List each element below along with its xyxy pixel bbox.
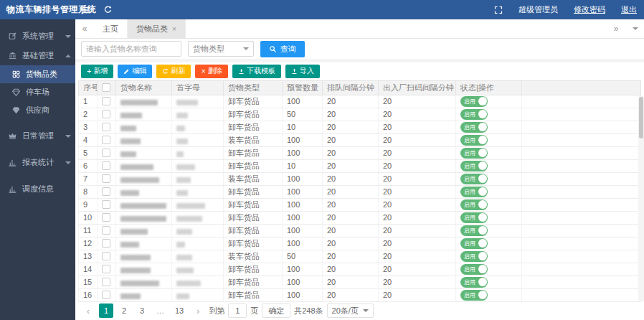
scan-interval-cell: 20 [379,185,456,198]
row-checkbox[interactable] [102,110,110,118]
current-user[interactable]: 超级管理员 [518,4,558,15]
warn-qty-cell: 10 [283,121,323,133]
sidebar-item-1[interactable]: 系统管理 [0,27,75,46]
row-checkbox[interactable] [102,265,110,273]
per-page-value: 20条/页 [332,306,359,316]
col-header-4: 货物类型 [224,80,283,95]
prev-page-button[interactable]: ‹ [81,303,95,318]
tabs-menu-button[interactable] [625,19,644,38]
status-cell: 启用 [456,288,522,301]
row-checkbox[interactable] [102,252,110,260]
row-checkbox[interactable] [102,123,110,131]
filler-cell [522,250,641,263]
sidebar-item-7[interactable]: 报表统计 [0,153,75,172]
refresh-page-button[interactable] [97,0,118,19]
scan-interval-cell: 20 [379,159,456,172]
goods-name-cell [116,288,172,301]
row-checkbox[interactable] [102,174,110,183]
toolbar-button-2[interactable]: 编辑 [118,65,152,78]
row-checkbox[interactable] [102,136,110,144]
goto-page-input[interactable] [228,303,247,318]
select-all-checkbox[interactable] [102,83,110,92]
scan-interval-cell: 20 [379,172,456,185]
filler-cell [522,288,641,301]
change-password-link[interactable]: 修改密码 [574,4,605,15]
enable-toggle[interactable]: 启用 [460,161,488,171]
goods-name-search-input[interactable] [81,41,181,57]
enable-toggle[interactable]: 启用 [460,187,488,197]
row-index: 9 [79,198,98,211]
goods-type-cell: 卸车货品 [224,288,283,301]
page-number-13[interactable]: 13 [171,303,187,318]
menu-toggle-button[interactable] [75,0,97,19]
toolbar-button-5[interactable]: 下载模板 [232,65,281,78]
pagination-bar: ‹ 123…13 › 到第 页 确定 共248条 20条/页 [75,302,644,320]
enable-toggle[interactable]: 启用 [460,277,488,288]
row-checkbox[interactable] [102,291,110,299]
row-checkbox[interactable] [102,161,110,170]
fullscreen-button[interactable] [494,0,503,19]
enable-toggle[interactable]: 启用 [460,290,488,301]
tabs-scroll-left-button[interactable]: « [75,19,94,38]
enable-toggle[interactable]: 启用 [460,135,488,146]
bar-chart-icon [7,158,17,168]
tab-2[interactable]: 货物品类× [128,19,186,38]
goods-type-select[interactable]: 货物类型 [188,41,254,57]
table-row: 13装车货品502020启用 [79,250,641,263]
toolbar-button-6[interactable]: 导入 [285,65,320,78]
row-index: 1 [79,95,98,108]
toolbar-button-3[interactable]: 刷新 [156,65,191,78]
row-index: 10 [79,211,98,224]
per-page-select[interactable]: 20条/页 [327,303,374,318]
row-checkbox-cell [98,263,116,276]
enable-toggle[interactable]: 启用 [460,122,488,133]
row-index: 3 [79,121,98,133]
logout-link[interactable]: 退出 [621,4,637,15]
filler-cell [522,172,641,185]
sidebar-item-5[interactable]: 供应商 [0,101,75,119]
page-number-1[interactable]: 1 [99,303,113,318]
crown-icon [7,131,17,141]
sidebar-item-3[interactable]: 货物品类 [0,65,75,83]
enable-toggle[interactable]: 启用 [460,109,488,120]
sidebar-item-8[interactable]: 调度信息 [0,179,75,199]
row-checkbox[interactable] [102,213,110,222]
row-checkbox[interactable] [102,97,110,105]
enable-toggle[interactable]: 启用 [460,238,488,249]
row-checkbox[interactable] [102,187,110,196]
enable-toggle[interactable]: 启用 [460,264,488,275]
row-checkbox[interactable] [102,226,110,235]
tab-1[interactable]: 主页 [94,19,128,38]
row-checkbox[interactable] [102,278,110,286]
sidebar-item-6[interactable]: 日常管理 [0,126,75,146]
enable-toggle[interactable]: 启用 [460,199,488,210]
enable-toggle[interactable]: 启用 [460,174,488,184]
sidebar-item-2[interactable]: 基础管理 [0,46,75,65]
page-number-3[interactable]: 3 [135,303,149,318]
page-number-2[interactable]: 2 [117,303,131,318]
page-ellipsis: … [153,303,168,318]
scrollbar-thumb[interactable] [639,97,643,138]
scan-interval-cell: 20 [379,224,456,237]
enable-toggle[interactable]: 启用 [460,225,488,236]
goods-type-cell: 卸车货品 [224,146,283,159]
goto-confirm-button[interactable]: 确定 [262,303,290,318]
enable-toggle[interactable]: 启用 [460,148,488,159]
next-page-button[interactable]: › [191,303,205,318]
row-checkbox[interactable] [102,200,110,209]
bar-chart-icon [7,184,17,194]
row-checkbox[interactable] [102,239,110,248]
tabs-scroll-right-button[interactable]: » [607,19,625,38]
row-checkbox[interactable] [102,149,110,157]
search-button[interactable]: 查询 [260,41,305,57]
enable-toggle[interactable]: 启用 [460,96,488,107]
toolbar-button-4[interactable]: ×删除 [195,65,227,78]
enable-toggle[interactable]: 启用 [460,251,488,262]
sidebar-item-label: 调度信息 [22,184,71,194]
toolbar-button-1[interactable]: +新增 [81,65,113,78]
sidebar-item-4[interactable]: 停车场 [0,83,75,101]
enable-toggle[interactable]: 启用 [460,212,488,223]
goods-type-cell: 卸车货品 [224,276,283,288]
queue-interval-cell: 20 [323,237,379,250]
close-tab-icon[interactable]: × [172,25,176,33]
